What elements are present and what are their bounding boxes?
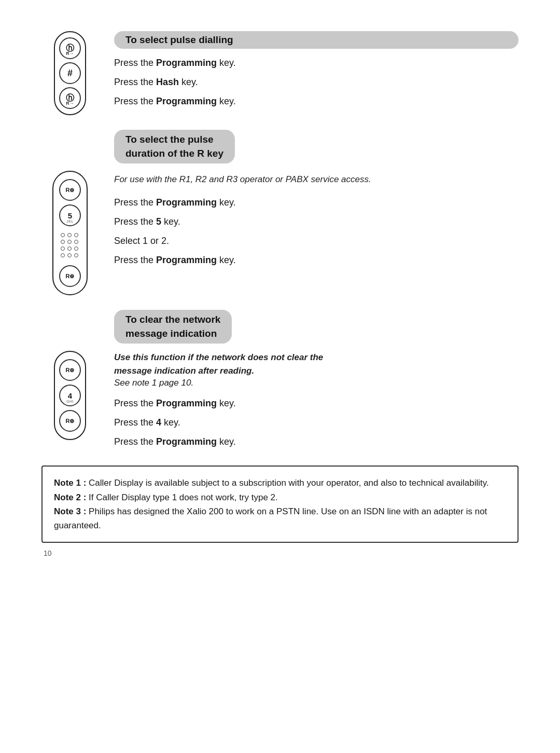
four-label: 4 xyxy=(68,392,72,400)
steps-pulse-dialling: Press the Programming key. Press the Has… xyxy=(114,55,519,109)
prog-r-icon-4: R⊕ xyxy=(66,418,75,425)
step-text-5: Press the 5 key. xyxy=(114,215,519,229)
note-2-text: Note 2 : If Caller Display type 1 does n… xyxy=(54,490,506,504)
prog-r-icon: R⊕ xyxy=(66,187,75,194)
prog-r-icon-3: R⊕ xyxy=(66,367,75,374)
step-text-8: Press the Programming key. xyxy=(114,396,519,410)
prog-key-2: ⓗ R→ xyxy=(59,87,81,109)
bold-programming-6: Programming xyxy=(156,436,217,447)
bold-programming: Programming xyxy=(156,58,217,68)
step-row: Press the Programming key. xyxy=(114,196,519,210)
notes-box: Note 1 : Caller Display is available sub… xyxy=(41,466,519,543)
italic-bold-note: Use this function if the network does no… xyxy=(114,352,323,376)
heading-line2: duration of the R key xyxy=(125,148,223,159)
dot xyxy=(61,253,65,257)
spacer-1 xyxy=(41,120,519,130)
note-3-label: Note 3 : xyxy=(54,506,86,516)
five-label: 5 xyxy=(68,212,72,220)
steps-pulse-duration: Press the Programming key. Press the 5 k… xyxy=(114,195,519,268)
key-5: 5 JKL xyxy=(59,204,81,226)
step-row: Press the 5 key. xyxy=(114,215,519,229)
bold-programming-4: Programming xyxy=(156,255,217,265)
prog-label-2: R→ xyxy=(66,101,74,106)
step-text-2: Press the Hash key. xyxy=(114,75,519,89)
phone-body-3: R⊕ 4 GHI R⊕ xyxy=(54,351,86,440)
step-row: Press the Programming key. xyxy=(114,56,519,70)
step-text-10: Press the Programming key. xyxy=(114,435,519,449)
prog-key-6: R⊕ xyxy=(59,410,81,432)
step-row: Press the Programming key. xyxy=(114,253,519,267)
step-text-1: Press the Programming key. xyxy=(114,56,519,70)
step-row: Press the Programming key. xyxy=(114,435,519,449)
heading-clear-network-wrap: To clear the network message indication xyxy=(114,310,519,346)
bold-programming-3: Programming xyxy=(156,197,217,208)
step-row: Press the 4 key. xyxy=(114,416,519,430)
italic-note-rkey: For use with the R1, R2 and R3 operator … xyxy=(114,173,519,186)
bold-hash: Hash xyxy=(156,77,179,87)
grid-dots xyxy=(60,232,80,259)
note-1-text: Note 1 : Caller Display is available sub… xyxy=(54,476,506,490)
heading-line4: message indication xyxy=(125,328,217,339)
step-row: Press the Programming key. xyxy=(114,396,519,410)
section-pulse-duration: R⊕ 5 JKL xyxy=(41,171,519,295)
dot xyxy=(74,247,78,251)
jkl-label: JKL xyxy=(66,220,74,223)
bold-5: 5 xyxy=(156,216,161,227)
dot xyxy=(61,233,65,237)
step-row: Press the Hash key. xyxy=(114,75,519,89)
phone-col-1: ⓗ R→ # ⓗ R→ xyxy=(41,31,99,115)
dot xyxy=(67,240,72,244)
dot xyxy=(74,233,78,237)
bold-4: 4 xyxy=(156,417,161,428)
ghi-label: GHI xyxy=(66,400,74,403)
step-text-9: Press the 4 key. xyxy=(114,416,519,430)
heading-line3: To clear the network xyxy=(125,314,220,325)
note-1-label: Note 1 : xyxy=(54,478,86,488)
note-3-text: Note 3 : Philips has designed the Xalio … xyxy=(54,504,506,532)
dot xyxy=(67,253,72,257)
italic-bold-note-wrap: Use this function if the network does no… xyxy=(114,351,519,388)
heading-pulse-duration: To select the pulse duration of the R ke… xyxy=(114,130,235,163)
see-note: See note 1 page 10. xyxy=(114,378,193,388)
prog-key-5: R⊕ xyxy=(59,359,81,381)
bold-programming-2: Programming xyxy=(156,96,217,106)
note-2-label: Note 2 : xyxy=(54,492,86,502)
content-col-2: For use with the R1, R2 and R3 operator … xyxy=(114,171,519,268)
phone-body-2: R⊕ 5 JKL xyxy=(52,171,88,295)
phone-col-2: R⊕ 5 JKL xyxy=(41,171,99,295)
content-col-3: Use this function if the network does no… xyxy=(114,351,519,450)
page-number: 10 xyxy=(44,549,519,557)
prog-key-1: ⓗ R→ xyxy=(59,37,81,59)
heading-pulse-duration-wrap: To select the pulse duration of the R ke… xyxy=(114,130,519,166)
steps-clear-network: Press the Programming key. Press the 4 k… xyxy=(114,395,519,450)
prog-key-4: R⊕ xyxy=(59,265,81,287)
heading-clear-network: To clear the network message indication xyxy=(114,310,232,344)
step-text-3: Press the Programming key. xyxy=(114,94,519,108)
prog-label-1: R→ xyxy=(66,51,74,56)
step-text-6: Select 1 or 2. xyxy=(114,234,519,248)
step-text-4: Press the Programming key. xyxy=(114,196,519,210)
phone-body-1: ⓗ R→ # ⓗ R→ xyxy=(54,31,86,115)
step-row: Select 1 or 2. xyxy=(114,234,519,248)
key-4: 4 GHI xyxy=(59,385,81,406)
spacer-2 xyxy=(41,300,519,310)
hash-key-1: # xyxy=(59,62,81,84)
section-pulse-dialling: ⓗ R→ # ⓗ R→ To select pulse dialling Pre… xyxy=(41,31,519,115)
step-row: Press the Programming key. xyxy=(114,94,519,108)
dot xyxy=(74,253,78,257)
step-text-7: Press the Programming key. xyxy=(114,253,519,267)
grid-dots-wrap xyxy=(58,230,82,262)
bold-programming-5: Programming xyxy=(156,398,217,408)
hash-icon: # xyxy=(67,68,73,79)
content-col-1: To select pulse dialling Press the Progr… xyxy=(114,31,519,109)
section-clear-network: R⊕ 4 GHI R⊕ Use this function if the net… xyxy=(41,351,519,450)
heading-pulse-dialling: To select pulse dialling xyxy=(114,31,519,49)
dot xyxy=(67,233,72,237)
dot xyxy=(61,247,65,251)
prog-key-3: R⊕ xyxy=(59,179,81,201)
phone-col-3: R⊕ 4 GHI R⊕ xyxy=(41,351,99,440)
dot xyxy=(74,240,78,244)
dot xyxy=(61,240,65,244)
heading-line1: To select the pulse xyxy=(125,134,214,145)
prog-r-icon-2: R⊕ xyxy=(66,273,75,280)
